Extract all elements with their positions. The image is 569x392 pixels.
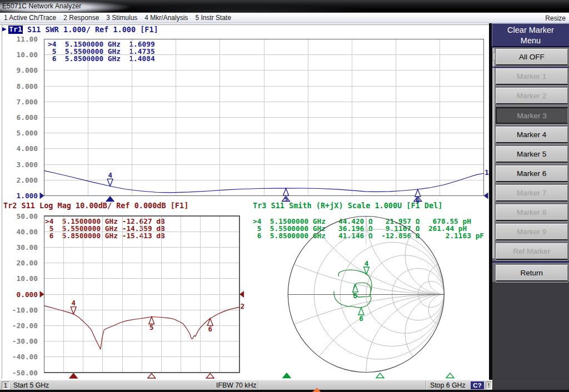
Tr2-marker4-stimulus-icon (69, 374, 77, 379)
softkey-marker-4[interactable]: Marker 4 (496, 127, 568, 143)
Tr2-ref-level-right-icon (239, 291, 244, 298)
sweep-stop-label: Stop 6 GHz (430, 381, 466, 389)
softkey-menu-title: Clear Marker Menu (492, 23, 569, 47)
Tr1-ylabel: 2.000 (1, 177, 38, 184)
Tr3-marker4-label: 4 (363, 260, 371, 267)
softkey-marker-2: Marker 2 (496, 88, 568, 104)
Tr1-trace-number: 1 (485, 169, 489, 176)
Tr3-marker4-stimulus-icon (283, 373, 291, 378)
softkey-separator (492, 67, 569, 68)
Tr2-ylabel: -20.00 (1, 322, 38, 329)
Tr2-ylabel: 30.00 (1, 244, 38, 251)
Tr1-ref-level-left-icon (40, 193, 44, 199)
Tr1-ylabel: 3.000 (1, 161, 38, 168)
softkey-marker-1: Marker 1 (496, 68, 568, 85)
Tr3-marker5-label: 5 (351, 293, 359, 299)
Tr1-ylabel: 6.000 (1, 114, 38, 121)
softkey-return[interactable]: Return (496, 265, 568, 282)
softkey-scrollbar-thumb[interactable] (493, 52, 495, 61)
Tr2-ylabel: 50.00 (1, 213, 38, 220)
Tr2-ylabel: -50.00 (1, 369, 38, 376)
Tr1-ylabel: 1.000 (1, 192, 38, 199)
softkey-menu: Clear Marker Menu All OFFMarker 1Marker … (492, 23, 569, 392)
status-bar: 1 Start 5 GHz IFBW 70 kHz Stop 6 GHz C? … (0, 380, 492, 390)
Tr3-marker5-stimulus-icon (376, 373, 384, 378)
softkey-marker-7: Marker 7 (496, 185, 568, 202)
status-separator (426, 381, 427, 390)
Tr2-ylabel: 40.00 (1, 228, 38, 235)
softkey-marker-9: Marker 9 (496, 224, 568, 240)
softkey-scrollbar-track[interactable] (492, 48, 495, 258)
Tr1-ylabel: 9.000 (1, 67, 38, 74)
Tr2-trace-number: 2 (241, 303, 245, 310)
Tr1-ref-level-right-icon (484, 193, 488, 199)
Tr1-ylabel: 4.000 (1, 145, 38, 152)
Tr2-marker6-stimulus-icon (206, 374, 214, 379)
Tr3-marker6-label: 6 (357, 315, 365, 322)
Tr2-marker6-label: 6 (206, 326, 214, 333)
softkey-marker-5[interactable]: Marker 5 (496, 146, 568, 163)
Tr1-ylabel: 10.00 (1, 51, 38, 58)
Tr1-marker4-triangle-icon (107, 179, 113, 186)
Tr2-ylabel: 10.00 (1, 275, 38, 282)
softkey-marker-6[interactable]: Marker 6 (496, 165, 568, 182)
ifbw-label: IFBW 70 kHz (216, 381, 256, 389)
Tr1-ylabel: 11.00 (1, 36, 38, 43)
Tr2-marker5-stimulus-icon (148, 374, 156, 379)
Tr2-ylabel: -10.00 (1, 306, 38, 314)
Tr2-plot (44, 216, 240, 373)
softkey-all-off[interactable]: All OFF (496, 49, 568, 66)
softkey-ref-marker: Ref Marker (496, 243, 568, 260)
status-separator (258, 381, 259, 390)
Tr2-ylabel: 0.000 (1, 291, 38, 298)
sweep-start-label: Start 5 GHz (13, 381, 49, 389)
softkey-marker-8: Marker 8 (496, 204, 568, 221)
Tr1-ylabel: 5.000 (1, 129, 38, 137)
Tr1-ylabel: 8.000 (1, 83, 38, 90)
softkey-separator (492, 261, 569, 263)
Tr1-marker6-label: 6 (414, 197, 422, 204)
bottom-strip (0, 390, 569, 392)
Tr3-marker5-triangle-icon (352, 285, 358, 292)
Tr2-ylabel: -40.00 (1, 353, 38, 360)
alert-indicator: ! (486, 381, 492, 389)
Tr2-marker5-label: 5 (148, 324, 156, 331)
Tr2-ref-level-left-icon (40, 291, 44, 298)
Tr3-marker6-stimulus-icon (446, 373, 454, 378)
application-window: E5071C Network Analyzer 1 Active Ch/Trac… (0, 0, 569, 392)
correction-status-badge: C? (471, 381, 484, 389)
Tr2-marker4-triangle-icon (71, 307, 76, 314)
mouse-cursor (311, 388, 328, 392)
channel-number-indicator: 1 (2, 381, 9, 389)
softkey-menu-lower-area (492, 282, 569, 392)
Tr2-marker4-label: 4 (69, 300, 77, 306)
Tr1-marker5-label: 5 (282, 196, 290, 203)
Tr1-marker4-label: 4 (106, 172, 114, 179)
softkey-marker-3[interactable]: Marker 3 (496, 107, 568, 124)
Tr2-ylabel: -30.00 (1, 338, 38, 345)
Tr2-ylabel: 20.00 (1, 259, 38, 267)
status-bar-right-filler (492, 380, 569, 390)
Tr1-marker4-stimulus-icon (106, 197, 114, 202)
Tr1-ylabel: 7.000 (1, 98, 38, 105)
